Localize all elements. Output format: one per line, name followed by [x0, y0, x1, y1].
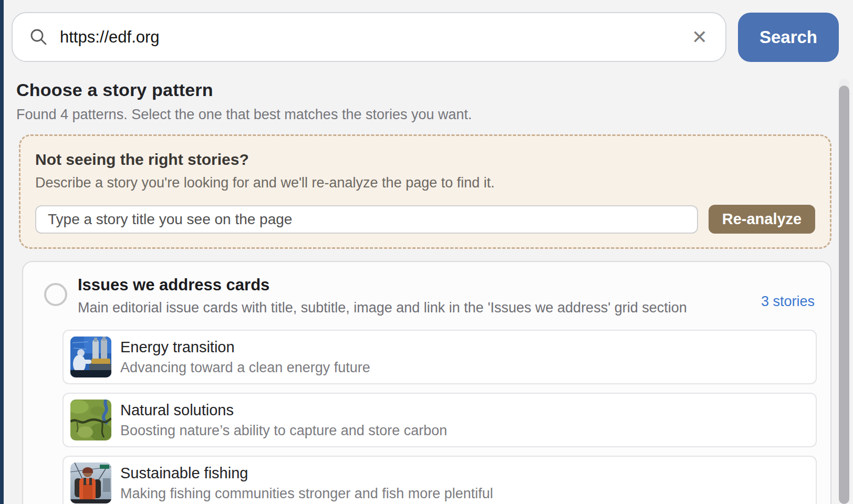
aerial-river-thumbnail-image: [70, 400, 111, 440]
main-content: ✕ Search Choose a story pattern Found 4 …: [4, 0, 839, 504]
story-title: Natural solutions: [120, 402, 447, 419]
story-title-input[interactable]: [35, 205, 698, 234]
scrollbar-thumb[interactable]: [839, 86, 849, 504]
pattern-card-header: Issues we address cards Main editorial i…: [34, 276, 815, 316]
reanalyze-panel-description: Describe a story you're looking for and …: [35, 175, 815, 191]
story-thumbnail: [70, 337, 111, 377]
pattern-card-header-text: Issues we address cards Main editorial i…: [78, 276, 761, 316]
page-subtitle: Found 4 patterns. Select the one that be…: [16, 107, 839, 123]
pattern-title: Issues we address cards: [78, 276, 761, 295]
search-icon: [29, 28, 48, 47]
fisherman-thumbnail-image: [70, 463, 111, 503]
story-title: Energy transition: [120, 339, 370, 356]
search-button[interactable]: Search: [738, 13, 839, 62]
story-thumbnail: [70, 463, 111, 503]
reanalyze-button[interactable]: Re-analyze: [709, 205, 815, 234]
story-thumbnail: [70, 400, 111, 440]
story-list: Energy transition Advancing toward a cle…: [63, 330, 815, 504]
story-text: Sustainable fishing Making fishing commu…: [120, 465, 493, 502]
search-row: ✕ Search: [12, 12, 839, 62]
pattern-description: Main editorial issue cards with title, s…: [78, 300, 761, 316]
reanalyze-panel: Not seeing the right stories? Describe a…: [19, 134, 831, 249]
story-item-energy-transition: Energy transition Advancing toward a cle…: [63, 330, 817, 384]
clear-icon[interactable]: ✕: [690, 28, 710, 47]
stories-count-link[interactable]: 3 stories: [761, 293, 815, 310]
pattern-card-issues-we-address[interactable]: Issues we address cards Main editorial i…: [22, 261, 831, 504]
industrial-lab-thumbnail-image: [70, 337, 111, 377]
story-text: Natural solutions Boosting nature’s abil…: [120, 402, 447, 439]
scrollbar-track[interactable]: [839, 79, 849, 504]
url-input[interactable]: [60, 28, 690, 47]
story-subtitle: Boosting nature’s ability to capture and…: [120, 423, 447, 439]
story-title: Sustainable fishing: [120, 465, 493, 482]
page-header: Choose a story pattern Found 4 patterns.…: [16, 80, 839, 123]
reanalyze-panel-title: Not seeing the right stories?: [35, 151, 815, 169]
pattern-radio-button[interactable]: [44, 283, 67, 306]
story-subtitle: Making fishing communities stronger and …: [120, 486, 493, 502]
story-item-natural-solutions: Natural solutions Boosting nature’s abil…: [63, 393, 817, 447]
page-title: Choose a story pattern: [16, 80, 839, 100]
reanalyze-row: Re-analyze: [35, 205, 815, 234]
window-left-accent-stripe: [0, 0, 4, 504]
story-text: Energy transition Advancing toward a cle…: [120, 339, 370, 376]
story-subtitle: Advancing toward a clean energy future: [120, 360, 370, 376]
story-item-sustainable-fishing: Sustainable fishing Making fishing commu…: [63, 456, 817, 504]
url-search-box[interactable]: ✕: [12, 12, 726, 62]
